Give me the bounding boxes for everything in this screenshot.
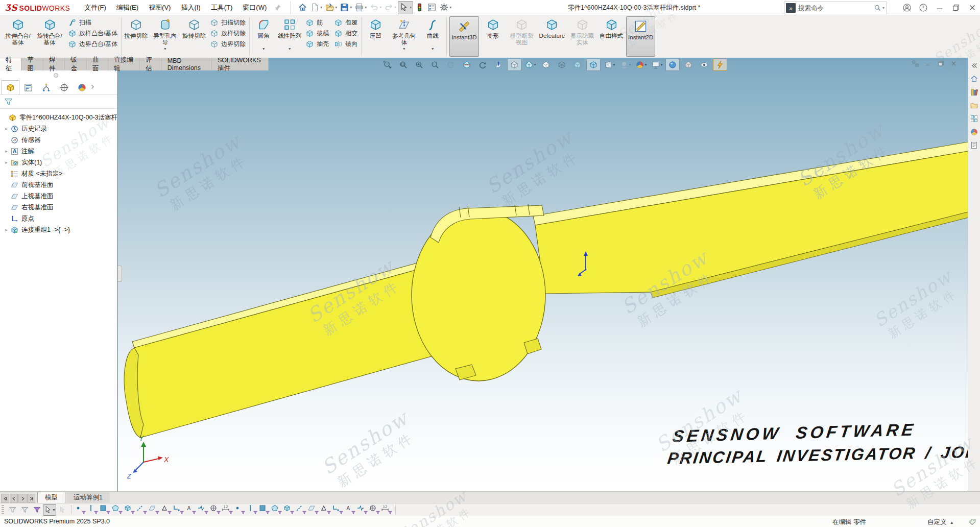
expand-arrow-icon[interactable]: ▸ (4, 160, 9, 165)
shell-button[interactable]: 抽壳 (305, 39, 329, 49)
rotate-view-button[interactable] (475, 59, 490, 71)
select-arrow-caret-icon[interactable]: ▾ (53, 508, 55, 512)
tree-item[interactable]: 上视基准面 (0, 190, 117, 202)
rib-button[interactable]: 筋 (305, 18, 329, 27)
minimize-doc-icon[interactable] (924, 60, 932, 67)
redo-caret-icon[interactable]: ▾ (394, 5, 396, 10)
pushpin-icon[interactable] (274, 4, 282, 12)
filter-dimensions-button[interactable]: 12 (221, 504, 233, 515)
display-style-button[interactable]: ▾ (523, 59, 537, 71)
select-arrow-button[interactable]: ▾ (43, 504, 56, 516)
new-document-caret-icon[interactable]: ▾ (320, 5, 322, 10)
expand-arrow-icon[interactable]: ▸ (4, 126, 9, 131)
select-cursor-button[interactable]: ▾ (398, 1, 413, 14)
swept-boss-button[interactable]: 扫描 (68, 18, 117, 27)
lofted-cut-button[interactable]: 放样切除 (210, 29, 246, 38)
reference-geometry-button[interactable]: 参考几何体▾ (388, 15, 420, 58)
panel-collapse-handle[interactable] (118, 266, 122, 282)
filter-hatch-button[interactable] (233, 504, 246, 515)
rebuild-button[interactable] (414, 2, 425, 14)
tree-item[interactable]: 右视基准面 (0, 202, 117, 213)
displaymanager-tab-tab[interactable] (73, 80, 91, 94)
filter-surface-finish-button[interactable] (246, 504, 258, 515)
filter-gtol-button[interactable] (282, 504, 295, 515)
tab-特征[interactable]: 特征 (0, 58, 21, 70)
appearances-scenes-icon[interactable] (970, 128, 978, 136)
normal-to-button[interactable] (491, 59, 506, 71)
menu-insert[interactable]: 插入(I) (181, 3, 200, 12)
perspective-caret-icon[interactable]: ▾ (613, 63, 615, 67)
filter-midpoints-button[interactable]: A (184, 504, 197, 515)
tab-曲面[interactable]: 曲面 (87, 58, 108, 70)
camera-button[interactable] (697, 59, 711, 71)
edit-appearance-caret-icon[interactable]: ▾ (645, 63, 647, 67)
extruded-boss-button[interactable]: 拉伸凸台/基体 (2, 15, 34, 58)
expand-arrow-icon[interactable]: ▸ (4, 227, 9, 232)
tab-钣金[interactable]: 钣金 (65, 58, 86, 70)
ambient-occlusion-button[interactable] (681, 59, 696, 71)
apply-scene-button[interactable]: ▾ (650, 59, 664, 71)
options-caret-icon[interactable]: ▾ (449, 5, 451, 10)
filter-blocks-button[interactable] (368, 504, 380, 515)
tree-item[interactable]: 原点 (0, 213, 117, 224)
status-custom-dropdown[interactable]: 自定义 ▴ (927, 518, 953, 526)
edit-appearance-button[interactable]: ▾ (634, 59, 648, 71)
tree-item[interactable]: 传感器 (0, 134, 117, 146)
menu-view[interactable]: 视图(V) (149, 3, 171, 12)
instant3d-button[interactable]: Instant3D (449, 16, 479, 57)
panel-splitter-handle[interactable] (54, 73, 58, 78)
filter-sketch-segments-button[interactable] (172, 504, 184, 515)
toolbar-drag-handle[interactable] (2, 505, 4, 514)
collapse-taskpane-icon[interactable] (970, 61, 978, 70)
minimize-window-icon[interactable] (935, 3, 944, 12)
user-account-icon[interactable] (902, 3, 912, 12)
draft-button[interactable]: 拔模 (305, 29, 329, 38)
filter-routing-points-button[interactable] (356, 504, 368, 515)
hidden-lines-visible-button[interactable] (539, 59, 553, 71)
close-doc-icon[interactable] (950, 60, 958, 67)
zoom-to-fit-button[interactable] (380, 59, 395, 71)
filter-funnel-icon[interactable] (4, 97, 13, 107)
custom-properties-icon[interactable] (970, 141, 978, 150)
print-button[interactable]: ▾ (353, 2, 368, 14)
fillet-button[interactable]: 圆角▾ (251, 15, 276, 58)
undo-button[interactable]: ▾ (368, 2, 383, 14)
redo-button[interactable]: ▾ (383, 2, 397, 14)
hole-wizard-button[interactable]: 异型孔向导▾ (149, 15, 181, 58)
home-button[interactable] (297, 2, 308, 14)
filter-axes-button[interactable] (135, 504, 148, 515)
filter-faces-button[interactable] (99, 504, 111, 515)
search-caret-icon[interactable]: ▾ (882, 6, 885, 10)
search-run-icon[interactable]: » (786, 3, 796, 13)
help-icon[interactable]: ? (919, 3, 928, 12)
dimxpertmanager-tab-tab[interactable] (55, 80, 73, 94)
featuremanager-tab-tab[interactable] (2, 80, 19, 94)
view-orientation-button[interactable] (507, 59, 521, 71)
file-explorer-icon[interactable] (970, 101, 978, 110)
shaded-with-edges-button[interactable] (586, 59, 601, 71)
manager-expand-icon[interactable] (89, 83, 96, 90)
resources-icon[interactable] (970, 75, 978, 83)
deform-button[interactable]: 变形 (481, 15, 506, 58)
filter-planes-button[interactable] (148, 504, 160, 515)
filter-weld-symbols-button[interactable] (295, 504, 307, 515)
tree-item[interactable]: ▸A注解 (0, 146, 117, 157)
tile-window-icon[interactable] (912, 60, 919, 67)
hole-wizard-caret-icon[interactable]: ▾ (164, 46, 166, 52)
new-document-button[interactable]: ▾ (309, 2, 323, 14)
display-filter-funnel-button[interactable] (6, 505, 18, 515)
performance-button[interactable] (713, 59, 727, 71)
nav-first-icon[interactable] (1, 494, 9, 503)
propertymanager-tab-tab[interactable] (19, 80, 37, 94)
tab-mbd-dimensions[interactable]: MBD Dimensions (162, 58, 212, 70)
graphics-viewport[interactable]: Y X Z ▾▾▾▾▾ SENSNOW SOFTWARE PRINCIPAL I… (117, 58, 968, 491)
indent-button[interactable]: 压凹 (363, 15, 388, 58)
close-window-icon[interactable] (968, 3, 977, 12)
select-cursor-caret-icon[interactable]: ▾ (410, 5, 412, 10)
tab-直接编辑[interactable]: 直接编辑 (108, 58, 140, 70)
view-palette-icon[interactable] (970, 114, 978, 123)
curves-caret-icon[interactable]: ▾ (432, 46, 434, 52)
tree-root-item[interactable]: 零件1^600HZ44X-10Q-00-3活塞杆组件 (0, 112, 117, 123)
tree-item[interactable]: ▸实体(1) (0, 157, 117, 168)
filter-connection-points-button[interactable]: A (344, 504, 356, 515)
